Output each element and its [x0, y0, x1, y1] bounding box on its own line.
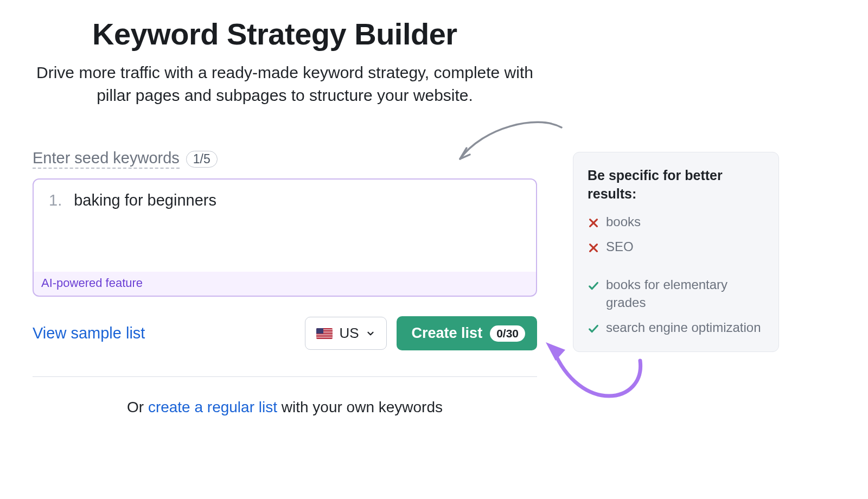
tip-good-text: search engine optimization	[606, 319, 761, 336]
tips-panel: Be specific for better results: books SE…	[573, 152, 779, 352]
seed-item-value: baking for beginners	[74, 191, 216, 209]
chevron-down-icon	[366, 329, 375, 338]
seed-input-container: 1. baking for beginners AI-powered featu…	[33, 178, 537, 297]
tip-bad-text: SEO	[606, 238, 634, 255]
check-icon	[588, 322, 599, 334]
tip-good-text: books for elementary grades	[606, 276, 764, 311]
create-list-count-badge: 0/30	[490, 325, 525, 342]
divider	[33, 376, 537, 377]
create-list-label: Create list	[412, 325, 483, 342]
seed-keywords-label: Enter seed keywords	[33, 149, 180, 169]
seed-item-number: 1.	[49, 191, 62, 209]
alternative-action-text: Or create a regular list with your own k…	[33, 399, 537, 416]
create-list-button[interactable]: Create list 0/30	[397, 316, 537, 350]
cross-icon	[588, 216, 599, 228]
create-regular-list-link[interactable]: create a regular list	[148, 399, 277, 415]
ai-feature-label: AI-powered feature	[34, 272, 536, 296]
page-title: Keyword Strategy Builder	[92, 16, 537, 52]
page-subtitle: Drive more traffic with a ready-made key…	[33, 61, 537, 107]
alt-prefix: Or	[127, 399, 148, 415]
us-flag-icon	[316, 328, 333, 339]
tips-gap	[588, 263, 764, 268]
tip-good-item: search engine optimization	[588, 319, 764, 336]
tip-bad-item: books	[588, 213, 764, 231]
seed-input[interactable]: 1. baking for beginners	[34, 180, 536, 272]
tip-bad-item: SEO	[588, 238, 764, 255]
country-select[interactable]: US	[305, 317, 386, 350]
tip-good-item: books for elementary grades	[588, 276, 764, 311]
seed-keywords-count-badge: 1/5	[186, 151, 218, 168]
check-icon	[588, 279, 599, 291]
view-sample-list-link[interactable]: View sample list	[33, 324, 145, 342]
cross-icon	[588, 241, 599, 253]
country-code: US	[339, 325, 359, 342]
tips-title: Be specific for better results:	[588, 167, 764, 203]
alt-suffix: with your own keywords	[277, 399, 443, 415]
tip-bad-text: books	[606, 213, 641, 231]
